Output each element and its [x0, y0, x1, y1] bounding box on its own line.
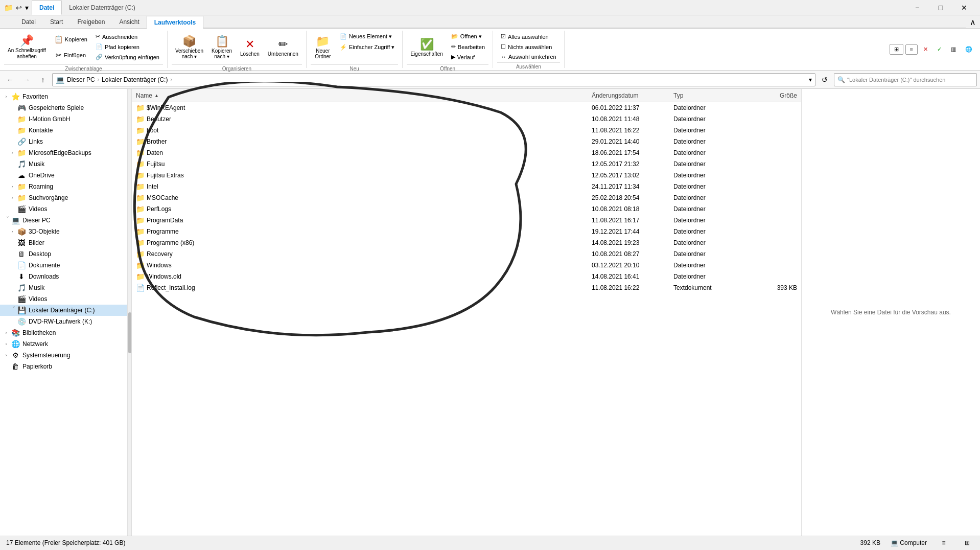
status-view-tiles[interactable]: ⊞ — [961, 537, 974, 548]
table-row[interactable]: 📁 boot 11.08.2021 16:22 Dateiordner — [132, 125, 801, 136]
expand-lokaler-datentraeger[interactable]: › — [8, 306, 16, 314]
tab-ansicht[interactable]: Ansicht — [112, 15, 146, 28]
btn-umbenennen[interactable]: ✏ Umbenennen — [264, 32, 302, 63]
sidebar-item-links[interactable]: 🔗 Links — [0, 136, 127, 147]
btn-globe[interactable]: 🌐 — [962, 44, 976, 54]
breadcrumb-expand-btn[interactable]: ▾ — [809, 76, 812, 83]
sidebar-item-dieser-pc[interactable]: › 💻 Dieser PC — [0, 215, 127, 226]
col-header-type[interactable]: Typ — [671, 92, 748, 99]
scrollbar-thumb[interactable] — [128, 312, 131, 353]
sidebar-item-microsoftedgebackups[interactable]: › 📁 MicrosoftEdgeBackups — [0, 147, 127, 158]
sidebar-item-suchvorgaenge[interactable]: › 📁 Suchvorgänge — [0, 192, 127, 203]
expand-dokumente[interactable] — [8, 261, 16, 269]
btn-verlauf[interactable]: ▶ Verlauf — [448, 52, 488, 62]
sidebar-item-desktop[interactable]: 🖥 Desktop — [0, 248, 127, 260]
expand-3d-objekte[interactable]: › — [8, 227, 16, 236]
expand-musik[interactable] — [8, 160, 16, 168]
sidebar-item-netzwerk[interactable]: › 🌐 Netzwerk — [0, 338, 127, 350]
sidebar-item-lokaler-datentraeger[interactable]: › 💾 Lokaler Datenträger (C:) — [0, 305, 127, 316]
tab-verwalten[interactable]: Datei — [32, 1, 62, 15]
btn-an-schnellzugriff[interactable]: 📌 An Schnellzugriffanheften — [4, 32, 50, 63]
quick-access-icon2[interactable]: ↩ — [16, 4, 22, 12]
expand-papierkorb[interactable] — [2, 362, 10, 371]
close-button[interactable]: ✕ — [952, 0, 976, 15]
table-row[interactable]: 📁 MSOCache 25.02.2018 20:54 Dateiordner — [132, 192, 801, 203]
sidebar-item-3d-objekte[interactable]: › 📦 3D-Objekte — [0, 226, 127, 237]
btn-verknuepfung[interactable]: 🔗 Verknüpfung einfügen — [92, 52, 163, 62]
sidebar-item-downloads[interactable]: ⬇ Downloads — [0, 271, 127, 282]
tab-freigeben[interactable]: Freigeben — [70, 15, 112, 28]
sidebar-item-onedrive[interactable]: ☁ OneDrive — [0, 170, 127, 181]
table-row[interactable]: 📁 Programme 19.12.2021 17:44 Dateiordner — [132, 226, 801, 237]
table-row[interactable]: 📁 PerfLogs 10.08.2021 08:18 Dateiordner — [132, 203, 801, 215]
quick-access-icon[interactable]: 📁 — [4, 4, 13, 12]
maximize-button[interactable]: □ — [929, 0, 952, 15]
expand-netzwerk[interactable]: › — [2, 340, 10, 348]
expand-downloads[interactable] — [8, 272, 16, 281]
tab-datei[interactable]: DateiDatei — [0, 15, 43, 28]
btn-einfacher-zugriff[interactable]: ⚡ Einfacher Zugriff ▾ — [336, 42, 399, 52]
table-row[interactable]: 📁 Intel 24.11.2017 11:34 Dateiordner — [132, 181, 801, 192]
expand-videos2[interactable] — [8, 295, 16, 303]
table-row[interactable]: 📁 ProgramData 11.08.2021 16:17 Dateiordn… — [132, 215, 801, 226]
btn-neuer-ordner[interactable]: 📁 NeuerOrdner — [311, 32, 335, 63]
search-input[interactable] — [847, 77, 973, 83]
btn-ausschneiden[interactable]: ✂ Ausschneiden — [92, 32, 163, 41]
sidebar-item-systemsteuerung[interactable]: › ⚙ Systemsteuerung — [0, 350, 127, 361]
expand-musik2[interactable] — [8, 284, 16, 292]
table-row[interactable]: 📁 Recovery 10.08.2021 08:27 Dateiordner — [132, 248, 801, 260]
sidebar-item-favoriten[interactable]: › ⭐ Favoriten — [0, 91, 127, 102]
table-row[interactable]: 📁 Programme (x86) 14.08.2021 19:23 Datei… — [132, 237, 801, 248]
expand-gespeicherte-spiele[interactable] — [8, 104, 16, 112]
expand-suchvorgaenge[interactable]: › — [8, 194, 16, 202]
btn-loeschen[interactable]: ✕ Löschen — [237, 32, 263, 63]
expand-favoriten[interactable]: › — [2, 93, 10, 101]
expand-dieser-pc[interactable]: › — [2, 216, 10, 224]
forward-button[interactable]: → — [19, 73, 34, 86]
table-row[interactable]: 📄 Reflect_Install.log 11.08.2021 16:22 T… — [132, 282, 801, 293]
table-row[interactable]: 📁 Windows.old 14.08.2021 16:41 Dateiordn… — [132, 271, 801, 282]
sidebar-item-kontakte[interactable]: 📁 Kontakte — [0, 125, 127, 136]
expand-roaming[interactable]: › — [8, 182, 16, 191]
btn-oeffnen[interactable]: 📂 Öffnen ▾ — [448, 32, 488, 41]
sidebar-item-musik2[interactable]: 🎵 Musik — [0, 282, 127, 293]
table-row[interactable]: 📁 Windows 03.12.2021 20:10 Dateiordner — [132, 260, 801, 271]
table-row[interactable]: 📁 Daten 18.06.2021 17:54 Dateiordner — [132, 147, 801, 158]
btn-details-panel[interactable]: ▥ — [947, 44, 960, 54]
expand-kontakte[interactable] — [8, 126, 16, 134]
btn-eigenschaften[interactable]: ✅ Eigenschaften — [407, 32, 446, 63]
refresh-button[interactable]: ↺ — [818, 73, 832, 86]
tab-start[interactable]: Start — [43, 15, 70, 28]
btn-pfad-kopieren[interactable]: 📄 Pfad kopieren — [92, 42, 163, 52]
sidebar-scrollbar[interactable] — [128, 89, 132, 536]
breadcrumb-item-c[interactable]: Lokaler Datenträger (C:) — [100, 76, 169, 84]
expand-bibliotheken[interactable]: › — [2, 329, 10, 337]
col-header-size[interactable]: Größe — [748, 92, 799, 99]
expand-videos[interactable] — [8, 205, 16, 213]
btn-einfuegen-big[interactable]: ✂ Einfügen — [51, 48, 91, 63]
up-button[interactable]: ↑ — [36, 73, 50, 86]
sidebar-item-musik[interactable]: 🎵 Musik — [0, 158, 127, 170]
btn-kopieren-big[interactable]: 📋 Kopieren — [51, 32, 91, 47]
expand-links[interactable] — [8, 138, 16, 146]
tab-laufwerktools[interactable]: Laufwerktools — [147, 16, 203, 29]
table-row[interactable]: 📁 $WinREAgent 06.01.2022 11:37 Dateiordn… — [132, 102, 801, 113]
btn-cut-ribbon[interactable]: ✕ — [920, 44, 931, 54]
sidebar-item-dokumente[interactable]: 📄 Dokumente — [0, 260, 127, 271]
btn-kopieren-nach[interactable]: 📋 Kopierennach ▾ — [208, 32, 236, 63]
expand-i-motion[interactable] — [8, 115, 16, 123]
ribbon-collapse-btn[interactable]: ∧ — [966, 16, 980, 28]
table-row[interactable]: 📁 Brother 29.01.2021 14:40 Dateiordner — [132, 136, 801, 147]
btn-nichts-auswaehlen[interactable]: ☐ Nichts auswählen — [497, 42, 560, 52]
expand-systemsteuerung[interactable]: › — [2, 351, 10, 359]
sidebar-item-roaming[interactable]: › 📁 Roaming — [0, 181, 127, 192]
expand-dvd-rw[interactable] — [8, 317, 16, 326]
sidebar-item-papierkorb[interactable]: 🗑 Papierkorb — [0, 361, 127, 372]
btn-alles-auswaehlen[interactable]: ☑ Alles auswählen — [497, 32, 560, 41]
sidebar-item-gespeicherte-spiele[interactable]: 🎮 Gespeicherte Spiele — [0, 102, 127, 113]
sidebar-item-dvd-rw[interactable]: 💿 DVD-RW-Laufwerk (K:) — [0, 316, 127, 327]
sidebar-item-bibliotheken[interactable]: › 📚 Bibliotheken — [0, 327, 127, 338]
back-button[interactable]: ← — [3, 73, 17, 86]
sidebar-item-videos2[interactable]: 🎬 Videos — [0, 293, 127, 305]
col-header-date[interactable]: Änderungsdatum — [590, 92, 671, 99]
